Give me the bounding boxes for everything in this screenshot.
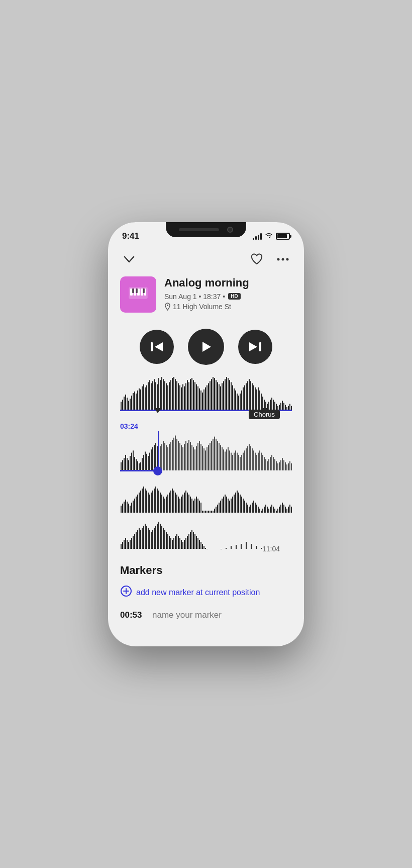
svg-rect-99: [243, 387, 244, 410]
svg-rect-285: [179, 499, 180, 513]
svg-rect-277: [167, 495, 168, 513]
play-button[interactable]: [188, 329, 224, 365]
svg-rect-33: [143, 384, 144, 410]
svg-rect-292: [190, 497, 191, 513]
overview-bars: [120, 375, 292, 411]
next-button[interactable]: [238, 330, 272, 364]
svg-rect-70: [199, 388, 200, 410]
back-button[interactable]: [120, 250, 138, 268]
zoom-waveform[interactable]: [120, 431, 292, 471]
svg-rect-398: [178, 536, 179, 549]
svg-rect-375: [143, 526, 144, 549]
svg-rect-186: [202, 446, 203, 470]
svg-rect-82: [217, 382, 218, 410]
svg-rect-333: [252, 503, 253, 513]
svg-rect-10: [136, 288, 138, 293]
svg-rect-56: [178, 383, 179, 410]
svg-rect-409: [194, 534, 195, 549]
svg-rect-295: [194, 499, 195, 513]
svg-rect-392: [169, 536, 170, 549]
like-button[interactable]: [248, 250, 266, 268]
svg-rect-416: [205, 548, 206, 549]
svg-rect-171: [179, 443, 180, 470]
svg-rect-282: [175, 493, 176, 513]
svg-rect-140: [133, 450, 134, 470]
svg-rect-279: [170, 491, 171, 513]
svg-rect-68: [196, 384, 197, 410]
svg-rect-197: [219, 443, 220, 470]
svg-rect-257: [137, 495, 138, 513]
svg-rect-327: [243, 499, 244, 513]
svg-rect-383: [155, 526, 156, 549]
svg-rect-42: [157, 384, 158, 410]
svg-rect-286: [181, 497, 182, 513]
svg-rect-341: [264, 507, 265, 513]
svg-rect-215: [246, 448, 247, 470]
svg-rect-253: [131, 503, 132, 513]
track-meta: Sun Aug 1 • 18:37 • HD: [164, 293, 292, 301]
end-time-label: 11:04: [250, 545, 292, 553]
prev-button[interactable]: [140, 330, 174, 364]
svg-rect-300: [202, 511, 203, 513]
overview-waveform-section[interactable]: // Generated inline: [108, 375, 304, 420]
svg-rect-205: [231, 452, 232, 470]
svg-rect-338: [259, 509, 260, 513]
svg-rect-98: [241, 390, 242, 410]
svg-rect-18: [121, 402, 122, 410]
svg-rect-52: [172, 378, 173, 410]
svg-rect-320: [232, 497, 233, 513]
svg-rect-340: [262, 509, 263, 513]
svg-rect-161: [164, 443, 165, 470]
svg-rect-356: [286, 509, 287, 513]
svg-rect-101: [246, 383, 247, 410]
track-info: Analog morning Sun Aug 1 • 18:37 • HD 11…: [108, 274, 304, 321]
svg-rect-380: [151, 532, 152, 549]
svg-rect-11: [143, 288, 145, 293]
svg-rect-198: [220, 445, 221, 470]
svg-rect-237: [279, 462, 280, 470]
svg-rect-308: [214, 509, 215, 513]
svg-point-1: [282, 258, 284, 260]
svg-rect-143: [137, 461, 138, 470]
svg-rect-136: [127, 458, 128, 470]
svg-rect-261: [143, 487, 144, 513]
add-marker-button[interactable]: add new marker at current position: [120, 585, 292, 600]
svg-rect-144: [139, 463, 140, 470]
svg-rect-272: [160, 493, 161, 513]
svg-rect-187: [203, 448, 204, 470]
svg-rect-221: [255, 452, 256, 470]
svg-rect-332: [250, 505, 251, 513]
svg-rect-102: [247, 381, 248, 410]
svg-rect-26: [133, 393, 134, 410]
svg-rect-318: [229, 501, 230, 513]
zoom-waveform-section[interactable]: [108, 431, 304, 471]
svg-rect-116: [268, 402, 269, 410]
svg-rect-183: [197, 443, 198, 470]
svg-rect-204: [229, 450, 230, 470]
album-art: [120, 276, 156, 313]
svg-rect-334: [253, 501, 254, 513]
more-button[interactable]: [274, 250, 292, 268]
playhead-dot[interactable]: [153, 466, 162, 475]
svg-rect-296: [196, 497, 197, 513]
svg-rect-256: [136, 497, 137, 513]
marker-name-input[interactable]: [152, 610, 292, 620]
svg-rect-72: [202, 392, 203, 410]
overview-waveform[interactable]: // Generated inline: [120, 375, 292, 420]
svg-rect-138: [130, 456, 131, 470]
svg-rect-77: [210, 381, 211, 410]
svg-rect-264: [148, 493, 149, 513]
svg-rect-162: [166, 445, 167, 470]
chorus-label: Chorus: [249, 410, 280, 419]
svg-rect-313: [222, 499, 223, 513]
svg-rect-410: [196, 536, 197, 549]
svg-rect-235: [276, 461, 277, 470]
svg-rect-176: [187, 443, 188, 470]
svg-rect-177: [188, 440, 189, 470]
svg-rect-66: [193, 380, 194, 410]
svg-rect-135: [125, 454, 126, 470]
svg-rect-50: [169, 382, 170, 410]
svg-rect-37: [149, 380, 150, 410]
svg-rect-150: [148, 456, 149, 470]
svg-rect-293: [191, 499, 192, 513]
